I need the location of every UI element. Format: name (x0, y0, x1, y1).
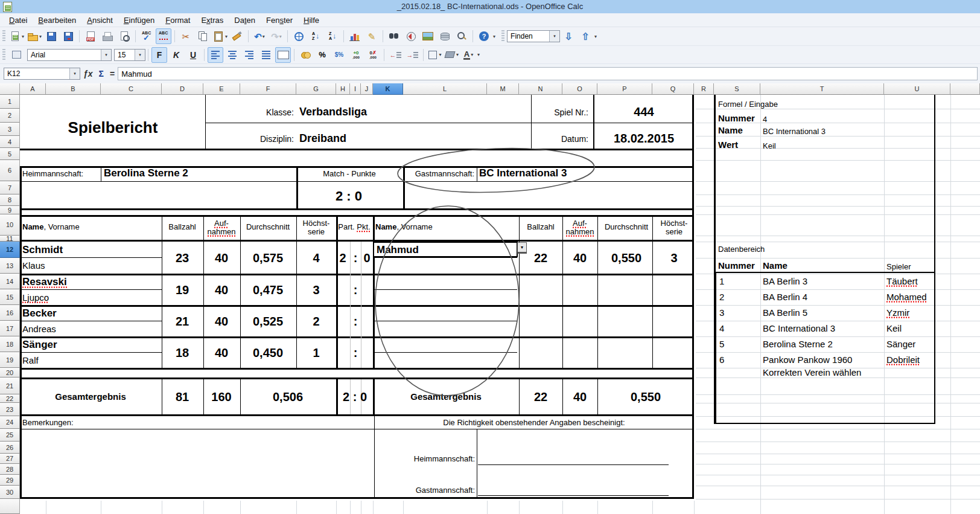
player-ballzahl-cell[interactable]: 18 (176, 347, 189, 359)
header-hoechstserie[interactable]: serie (308, 228, 325, 236)
gesamt-guest-durchschnitt[interactable]: 0,550 (631, 391, 661, 403)
menu-format[interactable]: Format (160, 14, 196, 26)
column-header-K[interactable]: K (373, 83, 403, 95)
increase-indent-button[interactable]: → (404, 47, 420, 63)
new-button[interactable]: ▾ (8, 28, 25, 44)
column-header-T[interactable]: T (760, 83, 884, 95)
datenbereich-spieler-cell[interactable]: Mohamed (886, 292, 927, 303)
datenbereich-name-cell[interactable]: Pankow Pankow 1960 (763, 355, 852, 365)
find-dropdown-icon[interactable]: ▾ (549, 31, 559, 42)
field-name-label[interactable]: Name (718, 126, 743, 135)
column-header-A[interactable]: A (20, 83, 46, 95)
align-center-button[interactable] (224, 47, 240, 63)
sum-icon[interactable]: Σ (99, 69, 104, 79)
player-firstname-cell[interactable]: Klaus (22, 261, 45, 271)
menu-fenster[interactable]: Fenster (261, 14, 298, 26)
header-hoechstserie[interactable]: Höchst- (661, 219, 688, 228)
field-wert-label[interactable]: Wert (718, 140, 738, 150)
datenbereich-name-cell[interactable]: Berolina Sterne 2 (763, 339, 833, 349)
guest-durchschnitt-cell[interactable]: 0,550 (611, 252, 641, 265)
formel-eingabe-header[interactable]: Formel / Eingabe (718, 100, 778, 109)
column-header-M[interactable]: M (487, 83, 519, 95)
gast-value-cell[interactable]: BC International 3 (479, 168, 567, 179)
column-header-P[interactable]: P (597, 83, 652, 95)
grid-corner[interactable] (0, 83, 20, 95)
name-box-dropdown-icon[interactable]: ▾ (69, 68, 80, 79)
row-header-3[interactable]: 3 (0, 123, 20, 136)
player-hoechstserie-cell[interactable]: 3 (313, 284, 319, 297)
datenbereich-name-cell[interactable]: BA Berlin 3 (763, 277, 807, 286)
spielnr-label-cell[interactable]: Spiel Nr.: (554, 108, 588, 117)
formula-input[interactable]: Mahmud (118, 67, 978, 80)
italic-button[interactable]: K (168, 47, 184, 63)
redo-button[interactable]: ↷▾ (269, 28, 284, 44)
row-header-24[interactable]: 24 (0, 416, 20, 429)
menu-ansicht[interactable]: Ansicht (81, 14, 118, 26)
row-header-7[interactable]: 7 (0, 181, 20, 194)
cut-button[interactable]: ✂ (178, 28, 194, 44)
row-header-8[interactable]: 8 (0, 194, 20, 206)
draw-functions-button[interactable]: ✎ (364, 28, 380, 44)
row-header-30[interactable]: 30 (0, 486, 20, 499)
guest-ballzahl-cell[interactable]: 22 (534, 252, 547, 265)
row-header-16[interactable]: 16 (0, 305, 20, 321)
datenbereich-nummer-cell[interactable]: 2 (719, 292, 724, 302)
datenbereich-spieler-cell[interactable]: Dobrileit (886, 355, 920, 365)
row-header-23[interactable]: 23 (0, 403, 20, 416)
gesamt-guest-aufnahmen[interactable]: 40 (573, 391, 587, 403)
insert-chart-button[interactable] (347, 28, 363, 44)
player-pkt-cell[interactable]: 0 (363, 252, 370, 265)
paste-button[interactable]: ▾ (212, 28, 228, 44)
guest-aufnahmen-cell[interactable]: 40 (573, 252, 587, 265)
match-score-cell[interactable]: 2 : 0 (336, 189, 362, 203)
row-header-18[interactable]: 18 (0, 336, 20, 352)
field-nummer-value[interactable]: 4 (763, 115, 767, 124)
find-replace-button[interactable] (386, 28, 402, 44)
column-header-H[interactable]: H (336, 83, 350, 95)
row-header-28[interactable]: 28 (0, 464, 20, 475)
header-durchschnitt[interactable]: Durchschnitt (605, 223, 648, 231)
gallery-button[interactable] (420, 28, 436, 44)
field-wert-value[interactable]: Keil (763, 142, 776, 150)
data-sources-button[interactable] (437, 28, 453, 44)
equals-icon[interactable]: = (110, 69, 115, 79)
sort-descending-button[interactable]: ZA↓ (325, 28, 340, 44)
row-header-2[interactable]: 2 (0, 109, 20, 123)
percent-format-button[interactable]: % (314, 47, 330, 63)
column-header-blank[interactable] (950, 83, 980, 95)
row-header-20[interactable]: 20 (0, 368, 20, 377)
gast-signature-label[interactable]: Gastmannschaft: (416, 486, 475, 495)
toolbar-grip[interactable] (2, 30, 5, 42)
row-header-10[interactable]: 10 (0, 214, 20, 236)
header-hoechstserie[interactable]: serie (666, 228, 682, 236)
gesamt-label-home[interactable]: Gesamtergebnis (55, 392, 126, 402)
background-color-button[interactable]: ▾ (444, 47, 459, 63)
richtigkeit-cell[interactable]: Die Richtigkeit obenstehender Angaben be… (443, 419, 625, 427)
row-header-21[interactable]: 21 (0, 377, 20, 394)
datum-label-cell[interactable]: Datum: (561, 135, 588, 144)
save-button[interactable] (43, 28, 59, 44)
player-ballzahl-cell[interactable]: 21 (176, 315, 189, 328)
heim-value-cell[interactable]: Berolina Sterne 2 (104, 168, 188, 179)
gesamt-label-guest[interactable]: Gesamtergebnis (410, 392, 482, 402)
font-name-select[interactable]: Arial▾ (27, 49, 112, 61)
report-title-cell[interactable]: Spielbericht (68, 120, 158, 136)
datenbereich-spieler-cell[interactable]: Sänger (886, 339, 915, 349)
column-header-N[interactable]: N (519, 83, 562, 95)
player-firstname-cell[interactable]: Ljupco (22, 293, 49, 303)
datenbereich-name-cell[interactable]: BC International 3 (763, 324, 835, 333)
datenbereich-nummer-cell[interactable]: 3 (719, 308, 724, 318)
row-header-17[interactable]: 17 (0, 321, 20, 336)
guest-hoechstserie-cell[interactable]: 3 (670, 252, 677, 265)
datenbereich-note[interactable]: Korrekten Verein wählen (763, 368, 861, 377)
player-durchschnitt-cell[interactable]: 0,525 (253, 315, 283, 328)
menu-extras[interactable]: Extras (196, 14, 229, 26)
player-hoechstserie-cell[interactable]: 4 (313, 252, 319, 265)
align-left-button[interactable] (208, 47, 223, 63)
bemerkungen-label-cell[interactable]: Bemerkungen: (22, 419, 74, 427)
row-header-26[interactable]: 26 (0, 442, 20, 454)
auto-spellcheck-button[interactable]: ABC (156, 28, 171, 44)
datenbereich-spieler-cell[interactable]: Keil (886, 324, 902, 333)
player-part-cell[interactable]: 2 (339, 252, 346, 265)
player-aufnahmen-cell[interactable]: 40 (215, 347, 228, 359)
